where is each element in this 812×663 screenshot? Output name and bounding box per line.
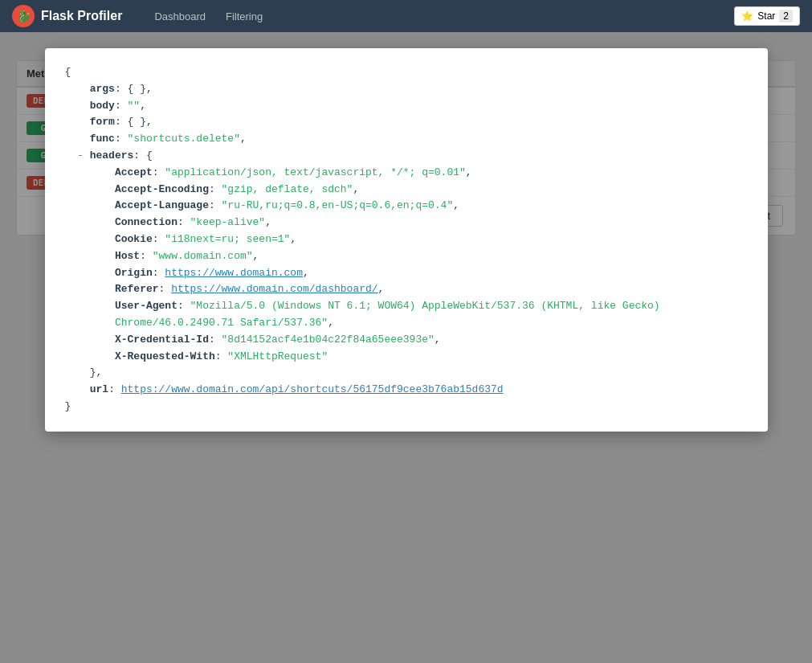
brand-title: Flask Profiler	[41, 9, 122, 23]
json-useragent-cont: Chrome/46.0.2490.71 Safari/537.36",	[65, 315, 748, 332]
json-origin: Origin: https://www.domain.com,	[65, 265, 748, 282]
json-useragent: User-Agent: "Mozilla/5.0 (Windows NT 6.1…	[65, 298, 748, 315]
brand-icon: 🐉	[12, 5, 35, 27]
brand: 🐉 Flask Profiler	[12, 5, 122, 27]
star-count: 2	[779, 10, 793, 23]
nav-dashboard[interactable]: Dashboard	[146, 6, 214, 27]
json-accept-language: Accept-Language: "ru-RU,ru;q=0.8,en-US;q…	[65, 198, 748, 215]
json-args: args: { },	[65, 81, 748, 98]
json-close-brace: }	[65, 399, 748, 415]
origin-url[interactable]: https://www.domain.com	[165, 267, 303, 279]
modal-overlay[interactable]: { args: { }, body: "", form: { }, func: …	[0, 32, 812, 663]
json-cookie: Cookie: "i18next=ru; seen=1",	[65, 231, 748, 248]
json-host: Host: "www.domain.com",	[65, 248, 748, 265]
json-url: url: https://www.domain.com/api/shortcut…	[65, 382, 748, 399]
json-connection: Connection: "keep-alive",	[65, 215, 748, 231]
json-modal: { args: { }, body: "", form: { }, func: …	[45, 48, 768, 432]
star-button[interactable]: ⭐ Star 2	[734, 6, 800, 26]
nav-links: Dashboard Filtering	[146, 6, 271, 27]
json-referer: Referer: https://www.domain.com/dashboar…	[65, 281, 748, 298]
json-headers-close: },	[65, 365, 748, 382]
json-accept-encoding: Accept-Encoding: "gzip, deflate, sdch",	[65, 182, 748, 198]
json-xcredential: X-Credential-Id: "8d14152acf4e1b04c22f84…	[65, 332, 748, 349]
json-open-brace: {	[65, 64, 748, 81]
json-headers: - headers: {	[65, 148, 748, 165]
json-accept: Accept: "application/json, text/javascri…	[65, 165, 748, 182]
json-func: func: "shortcuts.delete",	[65, 131, 748, 148]
json-form: form: { },	[65, 114, 748, 131]
main-content: Method Path Time Elapsed Time DELETE /sh…	[0, 32, 812, 663]
json-body: body: "",	[65, 98, 748, 115]
referer-url[interactable]: https://www.domain.com/dashboard/	[171, 283, 377, 295]
api-url[interactable]: https://www.domain.com/api/shortcuts/561…	[121, 383, 504, 395]
json-xrequested: X-Requested-With: "XMLHttpRequest"	[65, 349, 748, 366]
star-label: Star	[757, 10, 775, 22]
star-icon: ⭐	[741, 10, 753, 22]
navbar: 🐉 Flask Profiler Dashboard Filtering ⭐ S…	[0, 0, 812, 32]
nav-filtering[interactable]: Filtering	[218, 6, 271, 27]
